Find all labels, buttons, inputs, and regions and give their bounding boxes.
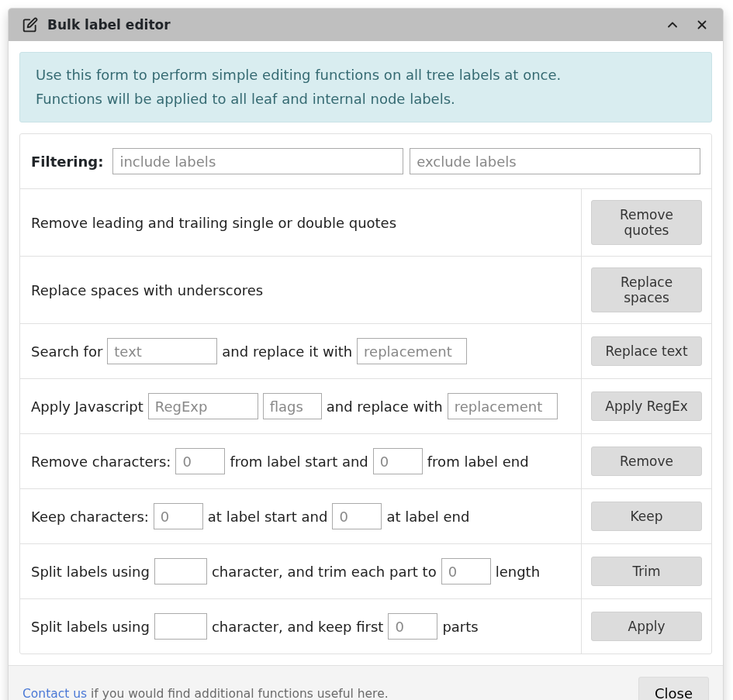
replace-spaces-button[interactable]: Replace spaces [591, 267, 702, 312]
footer-text: Contact us if you would find additional … [22, 687, 638, 700]
regex-flags-input[interactable] [263, 393, 322, 419]
trim-length-input[interactable] [441, 558, 491, 584]
editor-panel: Filtering: Remove leading and trailing s… [19, 133, 712, 654]
info-line-2: Functions will be applied to all leaf an… [36, 88, 696, 112]
replace-text-button[interactable]: Replace text [591, 336, 702, 366]
apply-separator-input[interactable] [154, 613, 207, 640]
keep-chars-end-input[interactable] [332, 503, 382, 529]
trim-separator-input[interactable] [154, 558, 207, 584]
close-icon-button[interactable] [692, 15, 712, 35]
keep-chars-mid: at label start and [208, 509, 328, 525]
keep-chars-pre: Keep characters: [31, 509, 149, 525]
apply-button[interactable]: Apply [591, 612, 702, 641]
trim-post: length [496, 564, 540, 580]
apply-pre: Split labels using [31, 619, 150, 635]
apply-post: parts [442, 619, 478, 635]
remove-quotes-button[interactable]: Remove quotes [591, 200, 702, 245]
filter-include-input[interactable] [112, 148, 403, 174]
replace-text-mid: and replace it with [222, 343, 352, 360]
row-replace-spaces: Replace spaces with underscores Replace … [20, 257, 711, 324]
keep-chars-start-input[interactable] [154, 503, 203, 529]
regex-pattern-input[interactable] [148, 393, 258, 419]
dialog-body: Use this form to perform simple editing … [9, 41, 723, 665]
replace-text-pre: Search for [31, 343, 102, 360]
info-line-1: Use this form to perform simple editing … [36, 64, 696, 88]
remove-chars-pre: Remove characters: [31, 453, 171, 470]
filter-label: Filtering: [31, 153, 103, 170]
filter-row: Filtering: [20, 134, 711, 189]
keep-chars-post: at label end [386, 509, 469, 525]
row-trim: Split labels using character, and trim e… [20, 544, 711, 599]
trim-button[interactable]: Trim [591, 557, 702, 586]
filter-exclude-input[interactable] [410, 148, 700, 174]
row-remove-chars: Remove characters: from label start and … [20, 434, 711, 489]
keep-chars-button[interactable]: Keep [591, 502, 702, 531]
regex-pre: Apply Javascript [31, 398, 143, 415]
bulk-label-editor-dialog: Bulk label editor Use this form to perfo… [8, 8, 724, 700]
remove-chars-post: from label end [427, 453, 529, 470]
row-replace-spaces-text: Replace spaces with underscores [20, 268, 581, 312]
row-keep-chars: Keep characters: at label start and at l… [20, 489, 711, 544]
remove-chars-button[interactable]: Remove [591, 447, 702, 476]
close-button[interactable]: Close [638, 677, 709, 700]
dialog-title: Bulk label editor [47, 17, 653, 33]
dialog-footer: Contact us if you would find additional … [9, 665, 723, 700]
title-bar: Bulk label editor [9, 9, 723, 41]
apply-mid: character, and keep first [212, 619, 383, 635]
row-remove-quotes: Remove leading and trailing single or do… [20, 189, 711, 257]
remove-chars-end-input[interactable] [373, 448, 423, 474]
apply-regex-button[interactable]: Apply RegEx [591, 391, 702, 421]
row-apply: Split labels using character, and keep f… [20, 599, 711, 653]
edit-icon [22, 17, 38, 33]
replace-text-input[interactable] [357, 338, 467, 364]
row-regex: Apply Javascript and replace with Apply … [20, 379, 711, 434]
remove-chars-mid: from label start and [230, 453, 368, 470]
regex-replacement-input[interactable] [448, 393, 558, 419]
row-remove-quotes-text: Remove leading and trailing single or do… [20, 201, 581, 245]
collapse-button[interactable] [662, 15, 683, 35]
contact-us-link[interactable]: Contact us [22, 687, 87, 700]
regex-mid: and replace with [327, 398, 443, 415]
search-text-input[interactable] [107, 338, 217, 364]
footer-rest: if you would find additional functions u… [87, 687, 388, 700]
trim-mid: character, and trim each part to [212, 564, 437, 580]
remove-chars-start-input[interactable] [175, 448, 225, 474]
apply-parts-input[interactable] [388, 613, 437, 640]
trim-pre: Split labels using [31, 564, 150, 580]
row-replace-text: Search for and replace it with Replace t… [20, 324, 711, 379]
info-banner: Use this form to perform simple editing … [19, 52, 712, 122]
